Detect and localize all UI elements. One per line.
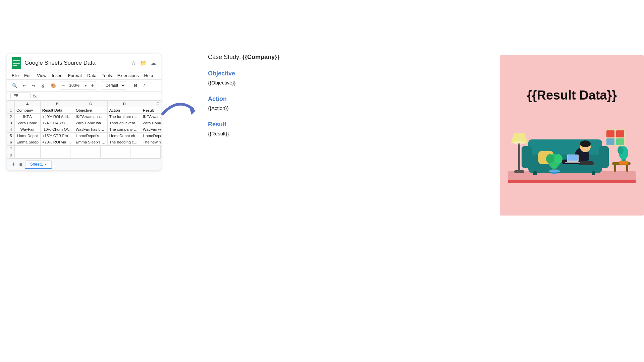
fx-icon: fx [33,94,37,99]
menu-file[interactable]: File [12,73,19,78]
cell-e6[interactable]: The new machine learning engine... [141,139,161,145]
folder-icon[interactable]: 📁 [140,60,147,66]
cell-a8[interactable] [15,152,40,159]
sheet-tab-sheet1[interactable]: Sheet1 ▾ [25,160,52,169]
cell-b1[interactable]: Result Data [40,107,74,114]
menu-insert[interactable]: Insert [52,73,63,78]
row-num-4: 4 [7,126,15,133]
sheet-menu-button[interactable]: ≡ [19,162,22,168]
cell-d7[interactable] [100,146,130,152]
menu-tools[interactable]: Tools [102,73,112,78]
zoom-in-button[interactable]: + [89,81,96,90]
cell-b5[interactable]: +15% CTR From Video Campaigns [40,133,74,139]
cell-c8[interactable] [70,152,101,159]
template-action-section: Action {{Action}} [208,96,332,111]
cell-c1[interactable]: Objective [74,107,107,114]
cell-d8[interactable] [100,152,130,159]
svg-rect-1 [13,60,20,61]
col-header-d[interactable]: D [107,101,141,107]
svg-rect-12 [533,171,537,175]
sheet-tab-chevron: ▾ [45,163,47,166]
cell-e5[interactable]: HomeDepot's new video... [141,133,161,139]
italic-button[interactable]: I [142,82,147,89]
cell-b3[interactable]: +24% Q4 Y/Y Revenue [40,120,74,126]
row-num-5: 5 [7,133,15,139]
cell-a3[interactable]: Zara Home [15,120,41,126]
cell-d3[interactable]: Through leveraging their... [107,120,141,126]
col-header-b[interactable]: B [40,101,74,107]
row-4: 4WayFair-10% Churn Q/Q in 2023WayFair ha… [7,126,161,133]
cell-c4[interactable]: WayFair has been struggling... [74,126,107,133]
cell-a4[interactable]: WayFair [15,126,41,133]
cell-e8[interactable] [130,152,161,159]
cell-a6[interactable]: Emma Sleep [15,139,41,145]
cell-a2[interactable]: IKEA [15,114,41,120]
menu-view[interactable]: View [37,73,46,78]
svg-rect-4 [13,65,17,66]
svg-rect-23 [518,143,520,171]
template-case-study-line: Case Study: {{Company}} [208,54,332,61]
add-sheet-button[interactable]: + [10,161,17,168]
menu-help[interactable]: Help [144,73,153,78]
svg-rect-11 [599,146,609,168]
col-header-c[interactable]: C [74,101,107,107]
svg-rect-32 [549,170,560,172]
arrow-svg [159,94,200,121]
row-num-2: 2 [7,114,15,120]
menu-extensions[interactable]: Extensions [117,73,139,78]
cell-e4[interactable]: WayFair was able to decrease... [141,126,161,133]
cell-b7[interactable] [40,146,70,152]
cell-a1[interactable]: Company [15,107,41,114]
cell-c5[interactable]: HomeDepot's video formats... [74,133,107,139]
svg-point-43 [618,146,624,154]
paint-button[interactable]: 🎨 [49,82,58,89]
bold-button[interactable]: B [132,82,139,89]
empty-rows-table: 7 8 [7,145,161,159]
svg-rect-37 [616,138,624,145]
chevron-down-icon[interactable]: ▾ [82,84,89,87]
row-num-8: 8 [7,152,15,159]
svg-rect-18 [579,161,594,165]
cell-c6[interactable]: Emma Sleep's cross selling... [74,139,107,145]
cell-d6[interactable]: The bedding company did... [107,139,141,145]
cell-d4[interactable]: The company adopted best... [107,126,141,133]
sheet-tab-label: Sheet1 [30,162,43,167]
menu-edit[interactable]: Edit [24,73,32,78]
menu-data[interactable]: Data [87,73,96,78]
cell-b8[interactable] [40,152,70,159]
cell-reference[interactable]: E5 [10,93,31,99]
menu-format[interactable]: Format [68,73,82,78]
cell-d5[interactable]: HomeDepot changed video... [107,133,141,139]
zoom-out-button[interactable]: − [60,81,66,90]
cell-e7[interactable] [130,146,161,152]
spreadsheet-table: A B C D E 1 Company Result Data Objectiv… [7,101,161,145]
star-icon[interactable]: ☆ [131,60,136,66]
cell-e3[interactable]: Zara Home saw a conversion rate... [141,120,161,126]
col-header-a[interactable]: A [15,101,41,107]
cell-d2[interactable]: The furniture retailer implem... [107,114,141,120]
cell-a5[interactable]: HomeDepot [15,133,41,139]
cell-b2[interactable]: +40% ROI Attribution [40,114,74,120]
template-result-section: Result {{Result}} [208,121,332,136]
cell-ref-bar: E5 fx [7,92,161,101]
cell-b6[interactable]: +20% ROI via Cross Selling [40,139,74,145]
cell-b4[interactable]: -10% Churn Q/Q in 2023 [40,126,74,133]
cell-d1[interactable]: Action [107,107,141,114]
sheets-titlebar: Google Sheets Source Data ☆ 📁 ☁ [7,54,161,72]
undo-button[interactable]: ↩ [21,82,28,89]
svg-rect-7 [508,180,636,183]
cell-c7[interactable] [70,146,101,152]
cell-c2[interactable]: IKEA was unable to track the... [74,114,107,120]
cloud-icon[interactable]: ☁ [151,60,156,66]
font-select[interactable]: Default [102,81,126,90]
cell-c3[interactable]: Zara Home wanted to drive... [74,120,107,126]
cell-a7[interactable] [15,146,40,152]
svg-rect-2 [13,62,20,62]
zoom-control: − 100% ▾ + [60,81,96,90]
sheet-tabs: + ≡ Sheet1 ▾ [7,159,161,170]
search-button[interactable]: 🔍 [10,82,19,89]
redo-button[interactable]: ↪ [30,82,37,89]
row-6: 6Emma Sleep+20% ROI via Cross SellingEmm… [7,139,161,145]
toolbar-separator2 [129,82,129,89]
print-button[interactable]: 🖨 [39,82,47,89]
